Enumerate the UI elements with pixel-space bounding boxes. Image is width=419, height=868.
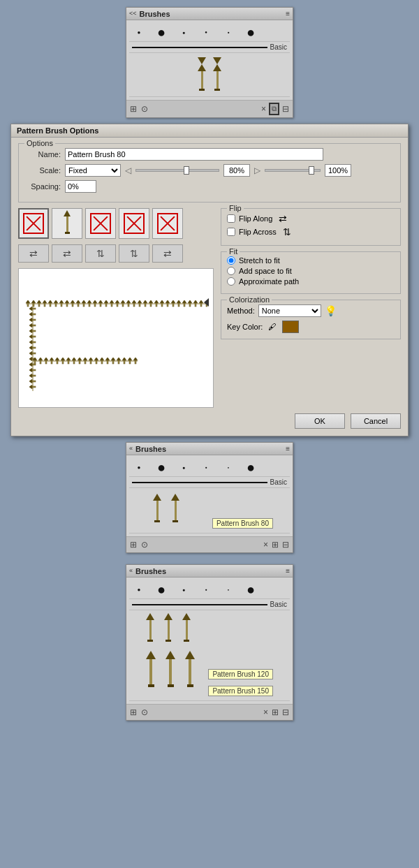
mid-dot-2[interactable]: ●: [152, 459, 171, 475]
tile-btn-5[interactable]: ⇄: [152, 244, 183, 263]
bot-dot-5[interactable]: ●: [219, 582, 238, 597]
mid-dot-5[interactable]: ●: [219, 459, 238, 475]
brush-tile-1[interactable]: [18, 208, 49, 239]
brush-dot-1[interactable]: ●: [129, 24, 149, 40]
bot-dot-4[interactable]: ●: [196, 582, 216, 597]
mid-dot-3[interactable]: ●: [174, 459, 193, 475]
scale-slider2[interactable]: [265, 169, 321, 172]
bot-arrow-6[interactable]: [185, 651, 195, 690]
brush-dot-2[interactable]: ●: [152, 24, 171, 40]
brush-tile-2[interactable]: [52, 208, 82, 239]
brush-basic-row-mid[interactable]: Basic: [129, 477, 290, 488]
tile-btn-2[interactable]: ⇄: [52, 244, 82, 263]
bot-trash-icon[interactable]: ⊟: [281, 707, 290, 718]
bot-dot-6[interactable]: ●: [241, 582, 260, 597]
brush-basic-row-bot[interactable]: Basic: [129, 599, 290, 610]
svg-marker-123: [94, 358, 98, 360]
key-color-swatch[interactable]: [282, 321, 299, 333]
scale-pct-input[interactable]: [223, 164, 250, 177]
flip-along-checkbox[interactable]: [227, 214, 235, 223]
svg-marker-50: [160, 300, 164, 303]
scale-label: Scale:: [24, 166, 61, 175]
brushes-panel-mid: « Brushes ≡ ● ● ● ● ● ● Basic: [126, 442, 293, 559]
toolbar-new-brush-icon[interactable]: ⧉: [269, 103, 279, 115]
stretch-radio[interactable]: [227, 256, 235, 265]
bot-arrow-2[interactable]: [164, 613, 172, 647]
collapse-btn-bot[interactable]: «: [129, 568, 133, 574]
arrow-brush-2[interactable]: [213, 57, 221, 91]
panel-menu-btn-top[interactable]: ≡: [286, 10, 290, 17]
bot-dot-1[interactable]: ●: [129, 582, 149, 597]
mid-dot-1[interactable]: ●: [129, 459, 149, 475]
mid-library-icon[interactable]: ⊞: [129, 539, 138, 550]
collapse-btn-top[interactable]: <<: [129, 10, 137, 17]
scale-pct2-input[interactable]: [325, 164, 351, 177]
brush-tiles-row: [18, 208, 214, 239]
fit-section-label: Fit: [227, 247, 240, 256]
mid-dot-4[interactable]: ●: [196, 459, 216, 475]
arrow-brush-1[interactable]: [198, 57, 206, 91]
brushes-panel-top: << Brushes ≡ ● ● ● ● ● ● Basic: [126, 7, 293, 124]
method-select[interactable]: None: [258, 304, 321, 317]
bot-arrow-1[interactable]: [146, 613, 154, 647]
bot-dot-2[interactable]: ●: [152, 582, 171, 597]
brush-tile-5[interactable]: [152, 208, 183, 239]
toolbar-trash-icon[interactable]: ⊟: [281, 103, 290, 115]
brush-tile-3[interactable]: [85, 208, 116, 239]
brush-dot-5[interactable]: ●: [219, 24, 238, 40]
mid-delete-icon[interactable]: ×: [263, 539, 269, 550]
spacing-input[interactable]: [65, 180, 96, 193]
dialog-title: Pattern Brush Options: [17, 126, 98, 135]
tile-btn-4[interactable]: ⇅: [119, 244, 149, 263]
brush-basic-row[interactable]: Basic: [129, 42, 290, 53]
bot-arrow-3[interactable]: [182, 613, 191, 647]
spacing-label: Spacing:: [24, 182, 61, 191]
toolbar-delete-icon[interactable]: ×: [260, 103, 267, 115]
bot-dot-3[interactable]: ●: [174, 582, 193, 597]
toolbar-new-icon[interactable]: ⊙: [140, 103, 149, 115]
colorization-section-label: Colorization: [227, 295, 272, 304]
approx-radio[interactable]: [227, 277, 235, 286]
panel-toolbar-bot: ⊞ ⊙ × ⊞ ⊟: [126, 704, 293, 720]
bot-new-brush-icon[interactable]: ⊞: [271, 707, 279, 718]
add-space-radio[interactable]: [227, 267, 235, 275]
brush-tile-4[interactable]: [119, 208, 149, 239]
mid-new-brush-icon[interactable]: ⊞: [271, 539, 279, 550]
bot-delete-icon[interactable]: ×: [263, 707, 269, 718]
mid-dot-6[interactable]: ●: [241, 459, 260, 475]
brush-dot-6[interactable]: ●: [241, 24, 260, 40]
eyedropper-icon[interactable]: 🖋: [268, 322, 277, 332]
panel-menu-btn-mid[interactable]: ≡: [286, 445, 290, 453]
info-icon[interactable]: 💡: [325, 305, 337, 316]
collapse-btn-mid[interactable]: «: [129, 446, 133, 452]
pattern-brush-dialog: Pattern Brush Options Options Name: Scal…: [10, 124, 409, 436]
bot-library-icon[interactable]: ⊞: [129, 707, 138, 718]
cancel-button[interactable]: Cancel: [351, 413, 401, 429]
panel-menu-btn-bot[interactable]: ≡: [286, 567, 290, 575]
flip-along-icon: ⇄: [279, 213, 287, 224]
preview-svg: [19, 269, 214, 408]
bot-new-icon[interactable]: ⊙: [140, 707, 149, 718]
brush-dot-4[interactable]: ●: [196, 24, 216, 40]
name-input[interactable]: [65, 148, 323, 161]
bot-arrow-4[interactable]: [146, 651, 156, 690]
tile-btn-3[interactable]: ⇅: [85, 244, 116, 263]
mid-arrow-2[interactable]: [171, 494, 179, 527]
scale-slider[interactable]: [135, 169, 219, 172]
mid-trash-icon[interactable]: ⊟: [281, 539, 290, 550]
ok-button[interactable]: OK: [295, 413, 345, 429]
mid-arrow-1[interactable]: [153, 494, 161, 527]
tile-btn-1[interactable]: ⇄: [18, 244, 49, 263]
options-section-label: Options: [24, 139, 55, 147]
svg-marker-127: [105, 358, 110, 360]
svg-marker-40: [132, 300, 136, 303]
brush-dot-3[interactable]: ●: [174, 24, 193, 40]
panel-title-top: Brushes: [140, 10, 170, 18]
panel-titlebar-top: << Brushes ≡: [126, 8, 293, 20]
mid-basic-line: [132, 482, 267, 483]
bot-arrow-5[interactable]: [166, 651, 175, 690]
scale-select[interactable]: Fixed: [65, 164, 121, 177]
toolbar-library-icon[interactable]: ⊞: [129, 103, 138, 115]
flip-across-checkbox[interactable]: [227, 228, 235, 236]
mid-new-icon[interactable]: ⊙: [140, 539, 149, 550]
